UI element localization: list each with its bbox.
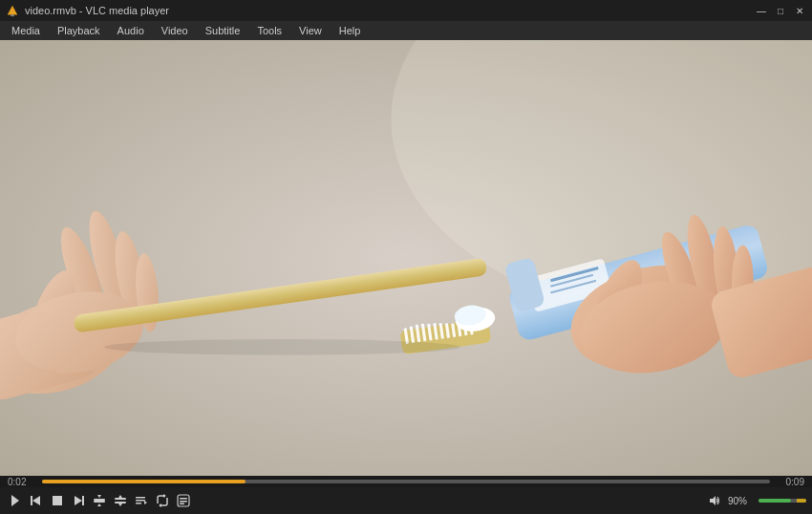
svg-marker-55 (118, 495, 122, 498)
svg-rect-46 (53, 496, 62, 505)
controls-left (6, 491, 193, 510)
svg-rect-47 (82, 496, 84, 505)
menu-media[interactable]: Media (4, 23, 48, 38)
close-button[interactable]: ✕ (791, 3, 808, 18)
svg-rect-44 (31, 496, 32, 505)
volume-button[interactable] (705, 491, 724, 510)
svg-rect-65 (180, 501, 187, 503)
extended-button[interactable] (174, 491, 193, 510)
video-scene (0, 40, 812, 476)
shrink-icon (114, 494, 127, 507)
menu-video[interactable]: Video (154, 23, 196, 38)
svg-rect-53 (115, 498, 126, 500)
progress-track[interactable] (42, 480, 770, 483)
skip-back-icon (30, 494, 43, 507)
volume-icon (708, 494, 721, 507)
playlist-icon (135, 494, 148, 507)
svg-marker-43 (11, 495, 19, 506)
svg-marker-45 (32, 496, 40, 505)
svg-rect-64 (180, 498, 187, 500)
svg-rect-49 (94, 499, 105, 501)
svg-marker-51 (97, 495, 101, 498)
svg-marker-60 (144, 501, 147, 504)
playlist-button[interactable] (132, 491, 151, 510)
menu-view[interactable]: View (291, 23, 330, 38)
svg-rect-58 (136, 500, 145, 502)
svg-marker-48 (75, 496, 82, 505)
svg-point-42 (104, 339, 460, 355)
loop-button[interactable] (153, 491, 172, 510)
expand-button[interactable] (90, 491, 109, 510)
controls-bar: 90% (0, 487, 812, 514)
title-bar: video.rmvb - VLC media player — □ ✕ (0, 0, 812, 21)
time-end: 0:09 (774, 477, 804, 487)
video-area (0, 40, 812, 476)
skip-back-button[interactable] (27, 491, 46, 510)
stop-button[interactable] (48, 491, 67, 510)
window-controls[interactable]: — □ ✕ (753, 3, 808, 18)
menu-subtitle[interactable]: Subtitle (198, 23, 248, 38)
maximize-button[interactable]: □ (772, 3, 789, 18)
svg-marker-0 (8, 6, 18, 15)
vlc-icon (6, 4, 19, 17)
menu-tools[interactable]: Tools (249, 23, 289, 38)
volume-fill-yellow (797, 499, 806, 503)
progress-area: 0:02 0:09 (0, 476, 812, 487)
svg-rect-66 (180, 503, 184, 505)
controls-right: 90% (705, 491, 806, 510)
volume-fill-green (759, 499, 791, 503)
extended-icon (177, 494, 190, 507)
svg-rect-59 (136, 503, 141, 504)
time-start: 0:02 (8, 477, 38, 487)
svg-marker-67 (710, 496, 716, 505)
menu-playback[interactable]: Playback (50, 23, 108, 38)
menu-help[interactable]: Help (331, 23, 369, 38)
play-button[interactable] (6, 491, 25, 510)
svg-marker-52 (97, 503, 101, 506)
minimize-button[interactable]: — (753, 3, 770, 18)
svg-rect-1 (11, 14, 14, 16)
svg-rect-57 (136, 497, 145, 499)
skip-forward-icon (72, 494, 85, 507)
svg-rect-54 (115, 502, 126, 503)
menu-bar: Media Playback Audio Video Subtitle Tool… (0, 21, 812, 40)
svg-rect-50 (94, 501, 105, 503)
window-title: video.rmvb - VLC media player (25, 5, 169, 16)
progress-fill (42, 480, 246, 483)
play-icon (9, 494, 22, 507)
skip-forward-button[interactable] (69, 491, 88, 510)
stop-icon (51, 494, 64, 507)
volume-slider[interactable] (759, 499, 806, 503)
title-left: video.rmvb - VLC media player (6, 4, 169, 17)
menu-audio[interactable]: Audio (110, 23, 152, 38)
shrink-button[interactable] (111, 491, 130, 510)
loop-icon (156, 494, 169, 507)
expand-icon (93, 494, 106, 507)
svg-marker-56 (118, 503, 122, 506)
volume-label: 90% (728, 496, 755, 506)
